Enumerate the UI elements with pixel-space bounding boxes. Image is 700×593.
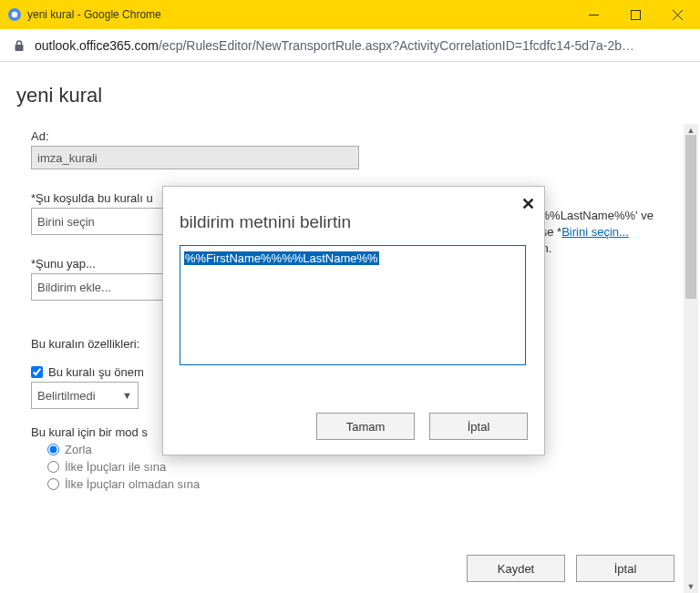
mode-hint2-label: İlke İpuçları olmadan sına [65, 477, 200, 491]
chevron-down-icon: ▼ [122, 390, 132, 401]
modal-cancel-button[interactable]: İptal [429, 413, 528, 440]
importance-checkbox-label: Bu kuralı şu önem [48, 365, 144, 379]
mode-hint2-row[interactable]: İlke İpuçları olmadan sına [47, 477, 674, 491]
disclaimer-textarea[interactable]: %%FirstName%%%%LastName%% [180, 245, 526, 365]
modal-footer-buttons: Tamam İptal [316, 413, 528, 440]
importance-select[interactable]: Belirtilmedi▼ [31, 382, 139, 409]
url-text[interactable]: outlook.office365.com/ecp/RulesEditor/Ne… [35, 38, 693, 53]
name-label: Ad: [31, 129, 674, 143]
mode-enforce-radio[interactable] [47, 444, 59, 455]
scroll-down-icon[interactable]: ▼ [684, 580, 698, 593]
mode-hint1-row[interactable]: İlke İpuçları ile sına [47, 460, 674, 474]
vertical-scrollbar[interactable]: ▲ ▼ [684, 124, 698, 593]
close-icon[interactable]: ✕ [521, 194, 535, 214]
page-title: yeni kural [0, 62, 700, 107]
selected-text: %%FirstName%%%%LastName%% [184, 251, 379, 265]
cancel-button[interactable]: İptal [576, 555, 674, 582]
mode-hint1-label: İlke İpuçları ile sına [65, 460, 166, 474]
importance-checkbox[interactable] [31, 366, 43, 378]
modal-title: bildirim metnini belirtin [180, 212, 528, 232]
mode-hint2-radio[interactable] [47, 478, 59, 490]
chrome-favicon [7, 7, 22, 22]
scroll-thumb[interactable] [685, 135, 696, 299]
page-footer-buttons: Kaydet İptal [467, 555, 674, 582]
minimize-button[interactable] [572, 0, 614, 29]
window-titlebar: yeni kural - Google Chrome [0, 0, 700, 29]
name-input[interactable]: imza_kurali [31, 146, 359, 169]
svg-rect-3 [631, 10, 640, 19]
side-info-text: %%%LastName%%' ve ezse *Birini seçin... … [529, 208, 684, 258]
disclaimer-text-modal: ✕ bildirim metnini belirtin %%FirstName%… [162, 186, 545, 455]
save-button[interactable]: Kaydet [467, 555, 565, 582]
side-info-link[interactable]: Birini seçin... [561, 225, 629, 239]
close-window-button[interactable] [656, 0, 698, 29]
modal-ok-button[interactable]: Tamam [316, 413, 415, 440]
window-title: yeni kural - Google Chrome [27, 8, 572, 21]
svg-rect-6 [15, 45, 24, 51]
maximize-button[interactable] [614, 0, 656, 29]
mode-enforce-label: Zorla [65, 443, 92, 456]
address-bar: outlook.office365.com/ecp/RulesEditor/Ne… [0, 29, 700, 62]
lock-icon [13, 39, 26, 52]
mode-hint1-radio[interactable] [47, 461, 59, 473]
svg-point-1 [12, 12, 17, 17]
